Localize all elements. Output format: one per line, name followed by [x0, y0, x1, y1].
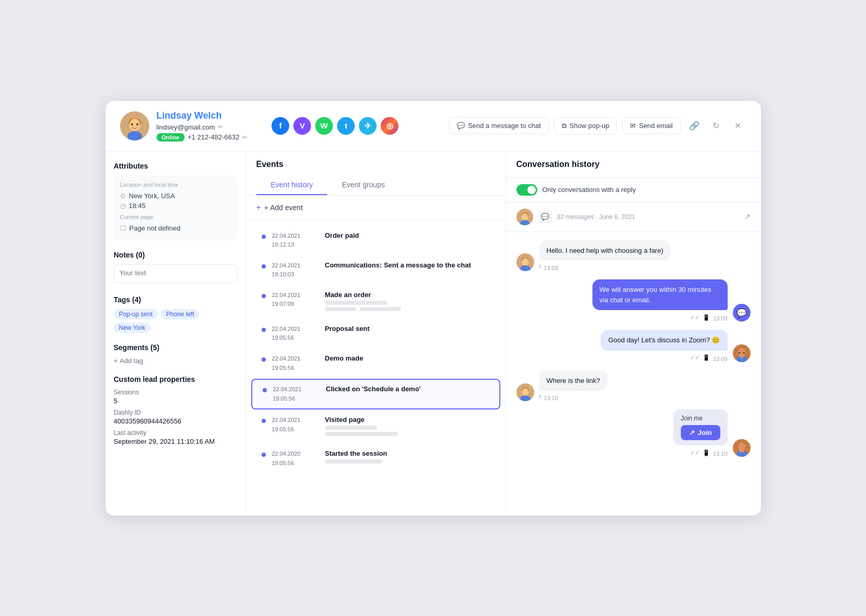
close-icon-button[interactable]: ✕: [730, 118, 746, 134]
thread-link-icon[interactable]: ↗: [744, 212, 751, 222]
tab-event-history[interactable]: Event history: [256, 175, 328, 195]
channel-label: f: [539, 394, 541, 400]
user-phone: Online +1 212-482-6632 ✏: [157, 133, 248, 142]
user-email: lindsey@gmail.com ✏: [157, 123, 248, 131]
user-info: Lindsay Welch lindsey@gmail.com ✏ Online…: [157, 110, 248, 142]
message-bubble: Good day! Let's discuss in Zoom? 😊: [601, 330, 727, 351]
link-icon-button[interactable]: 🔗: [686, 118, 703, 134]
header: Lindsay Welch lindsey@gmail.com ✏ Online…: [106, 101, 761, 151]
event-dot: [262, 453, 266, 457]
tag-item[interactable]: Phone left: [161, 309, 199, 319]
event-content: Clicked on 'Schedule a demo': [326, 385, 489, 395]
thread-meta: 32 messages · June 6, 2021: [557, 213, 739, 221]
event-time: 22.04.202119:12:13: [272, 232, 319, 250]
read-receipt-icon: ✓✓: [690, 354, 700, 361]
message-content: Hello. I need help with choosing a fare)…: [539, 240, 671, 272]
message-avatar: [733, 344, 751, 362]
clock-icon: ◷: [120, 202, 126, 210]
message-meta: Join me ↗ Join ✓✓ 📱 13:10: [674, 409, 728, 457]
avatar-wrap: [120, 111, 149, 140]
show-popup-button[interactable]: ⧉ Show pop-up: [554, 117, 617, 135]
event-item: 22.04.202119:05:56 Demo made: [251, 349, 500, 378]
event-name: Demo made: [325, 354, 490, 362]
event-item: 22.04.202119:12:13 Order paid: [251, 226, 500, 255]
tag-item[interactable]: New York: [114, 323, 151, 333]
popup-icon: ⧉: [562, 122, 566, 130]
add-icon: +: [256, 203, 261, 212]
attributes-title: Attributes: [114, 162, 237, 170]
event-name: Proposal sent: [325, 325, 490, 332]
social-twitter[interactable]: t: [337, 117, 355, 135]
svg-point-26: [522, 388, 528, 396]
user-name: Lindsay Welch: [157, 110, 248, 121]
skeleton: [325, 432, 398, 436]
external-link-icon: ↗: [689, 429, 695, 437]
social-facebook[interactable]: f: [272, 117, 289, 135]
custom-prop-sessions: Sessions 5: [114, 389, 237, 405]
message-row: Good day! Let's discuss in Zoom? 😊 ✓✓ 📱 …: [516, 330, 751, 362]
social-telegram[interactable]: ✈: [359, 117, 377, 135]
add-event-button[interactable]: + + Add event: [246, 196, 506, 220]
tag-item[interactable]: Pop-up sent: [114, 309, 158, 319]
attributes-section: Attributes Location and local time ⊙ New…: [114, 162, 237, 240]
svg-point-20: [739, 350, 745, 358]
svg-point-31: [739, 444, 745, 453]
event-time: 22.04.202119:05:56: [272, 416, 319, 434]
social-whatsapp[interactable]: W: [315, 117, 333, 135]
event-dot: [262, 264, 266, 268]
event-item: 22.04.202119:07:09 Made an order: [251, 286, 500, 318]
refresh-icon-button[interactable]: ↻: [708, 118, 725, 134]
event-content: Visited page: [325, 416, 490, 438]
message-meta: Good day! Let's discuss in Zoom? 😊 ✓✓ 📱 …: [601, 330, 727, 362]
skeleton: [325, 459, 382, 464]
message-bubble: Where is the link?: [539, 370, 608, 391]
event-time: 22.04.202119:05:56: [272, 325, 319, 343]
event-time: 22.04.202119:05:56: [273, 385, 320, 403]
custom-title: Custom lead properties: [114, 375, 237, 383]
event-dot: [262, 328, 266, 332]
event-time: 22.04.202119:10:03: [272, 261, 319, 279]
send-message-button[interactable]: 💬 Send a message to chat: [449, 117, 549, 134]
event-name: Made an order: [325, 291, 490, 299]
tab-event-groups[interactable]: Event groups: [327, 175, 399, 195]
notes-input[interactable]: [114, 264, 237, 283]
svg-point-3: [130, 119, 140, 131]
messages-list: Hello. I need help with choosing a fare)…: [506, 232, 761, 516]
event-time: 22.04.202019:05:56: [272, 450, 319, 468]
toggle-label: Only conversations with a reply: [542, 186, 636, 194]
avatar: [120, 111, 149, 140]
read-receipt-icon: ✓✓: [690, 450, 700, 456]
event-time: 22.04.202119:07:09: [272, 291, 319, 309]
status-badge: Online: [157, 133, 185, 142]
notes-section: Notes (0): [114, 251, 237, 285]
thread-header: 💬 32 messages · June 6, 2021 ↗: [506, 202, 761, 232]
bot-icon: 💬: [736, 308, 747, 318]
plus-icon: +: [114, 357, 118, 365]
notes-title: Notes (0): [114, 251, 237, 259]
message-time: 13:09: [544, 265, 559, 271]
event-name: Clicked on 'Schedule a demo': [326, 385, 489, 393]
social-viber[interactable]: V: [293, 117, 311, 135]
event-content: Started the session: [325, 450, 490, 466]
send-email-button[interactable]: ✉ Send email: [622, 117, 680, 134]
custom-props-section: Custom lead properties Sessions 5 Dashly…: [114, 375, 237, 450]
edit-phone-icon[interactable]: ✏: [242, 134, 248, 141]
join-label: Join me: [681, 415, 720, 422]
event-time: 22.04.202119:05:56: [272, 354, 319, 373]
segments-title: Segments (5): [114, 343, 237, 352]
toggle-switch[interactable]: [516, 184, 537, 196]
event-item: 22.04.202119:05:56 Proposal sent: [251, 319, 500, 348]
channel-label: f: [539, 264, 541, 270]
social-instagram[interactable]: ◎: [381, 117, 398, 135]
social-icons: f V W t ✈ ◎: [272, 117, 398, 135]
message-avatar: [733, 439, 751, 457]
events-panel: Events Event history Event groups + + Ad…: [246, 151, 506, 516]
add-tag-button[interactable]: + Add tag: [114, 357, 237, 365]
read-receipt-icon: ✓✓: [690, 314, 700, 321]
event-content: Demo made: [325, 354, 490, 364]
skeleton: [325, 301, 387, 305]
svg-point-5: [136, 123, 138, 125]
edit-email-icon[interactable]: ✏: [218, 123, 223, 131]
join-button[interactable]: ↗ Join: [681, 425, 720, 440]
header-actions: 💬 Send a message to chat ⧉ Show pop-up ✉…: [449, 117, 746, 135]
